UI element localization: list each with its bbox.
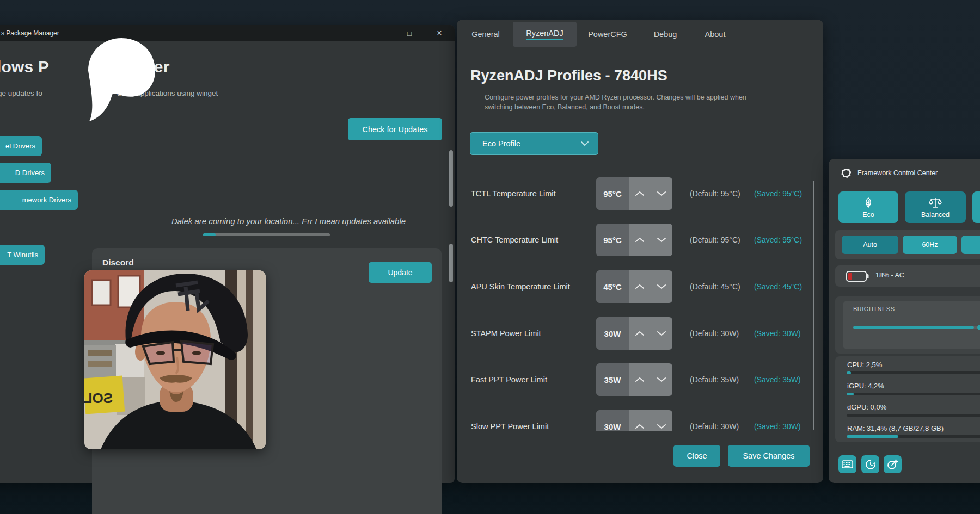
performance-gauge-icon <box>887 459 898 470</box>
ryzenadj-description-line1: Configure power profiles for your AMD Ry… <box>485 94 746 101</box>
webcam-photo-illustration: SOL <box>84 270 266 449</box>
tab-about[interactable]: About <box>700 22 730 47</box>
value-spinner: 95°C <box>596 177 672 210</box>
chevron-down-icon <box>657 237 666 243</box>
check-for-updates-button[interactable]: Check for Updates <box>348 118 442 140</box>
setting-row-apu-skin: APU Skin Temperature Limit45°C(Default: … <box>457 270 816 303</box>
close-button[interactable]: × <box>427 25 451 41</box>
dgpu-usage-label: dGPU: 0,0% <box>847 403 886 411</box>
battery-panel: 18% - AC <box>835 265 980 287</box>
save-changes-button[interactable]: Save Changes <box>728 445 810 467</box>
minimize-button[interactable]: — <box>367 25 391 41</box>
battery-fill <box>848 273 852 280</box>
scales-icon <box>928 196 942 209</box>
tab-ryzenadj[interactable]: RyzenADJ <box>513 22 577 47</box>
svg-text:SOL: SOL <box>84 390 113 406</box>
saved-value-label: (Saved: 35W) <box>754 363 801 396</box>
saved-value-label: (Saved: 45°C) <box>754 270 802 303</box>
brightness-slider-handle[interactable] <box>977 325 980 330</box>
brightness-slider[interactable] <box>853 326 980 329</box>
mode-balanced-button[interactable]: Balanced <box>905 191 966 223</box>
setting-label: APU Skin Temperature Limit <box>471 270 570 303</box>
brightness-panel: BRIGHTNESS <box>835 296 980 354</box>
history-refresh-button[interactable] <box>861 455 879 473</box>
chevron-up-icon <box>635 191 645 196</box>
ram-usage-label: RAM: 31,4% (8,7 GB/27,8 GB) <box>847 424 944 432</box>
setting-row-stapm: STAPM Power Limit30W(Default: 30W)(Saved… <box>457 317 816 350</box>
keyboard-backlight-button[interactable] <box>838 455 856 473</box>
increment-button[interactable] <box>629 363 651 396</box>
increment-button[interactable] <box>629 177 651 210</box>
framework-title: Framework Control Center <box>857 169 938 177</box>
tab-powercfg[interactable]: PowerCFG <box>585 22 630 47</box>
setting-label: STAPM Power Limit <box>471 317 541 350</box>
default-value-label: (Default: 95°C) <box>690 224 740 256</box>
setting-label: CHTC Temperature Limit <box>471 224 558 256</box>
maximize-button[interactable]: □ <box>397 25 421 41</box>
ram-usage-bar <box>847 435 980 438</box>
chevron-down-icon <box>657 377 666 382</box>
left-window-scrollbar-thumb[interactable] <box>449 150 453 207</box>
page-subtitle-left-fragment: ge updates fo <box>0 89 42 97</box>
chevron-down-icon <box>657 284 666 289</box>
refresh-60hz-button[interactable]: 60Hz <box>903 236 957 254</box>
mode-boost-button[interactable] <box>972 191 980 223</box>
profile-select-value: Eco Profile <box>482 139 520 148</box>
increment-button[interactable] <box>629 317 651 350</box>
cpu-usage-bar <box>847 371 980 374</box>
decrement-button[interactable] <box>651 363 672 396</box>
decrement-button[interactable] <box>651 270 672 303</box>
value-spinner: 35W <box>596 363 672 396</box>
left-window-scrollbar-thumb[interactable] <box>449 244 453 282</box>
close-icon: × <box>437 28 442 38</box>
page-title-left-fragment: lows P <box>0 58 49 76</box>
default-value-label: (Default: 30W) <box>690 410 739 431</box>
decrement-button[interactable] <box>651 317 672 350</box>
keyboard-icon <box>842 460 853 468</box>
ryzenadj-description-line2: switching between Eco, Balanced, and Boo… <box>485 103 645 111</box>
winutils-button[interactable]: T Winutils <box>0 245 45 265</box>
chevron-up-icon <box>635 424 645 429</box>
tab-debug[interactable]: Debug <box>648 22 682 47</box>
profile-select[interactable]: Eco Profile <box>470 132 598 155</box>
webcam-overlay: SOL <box>84 270 266 449</box>
chevron-down-icon <box>657 191 666 196</box>
white-blob-overlay <box>81 37 162 122</box>
settings-scroll-area[interactable]: TCTL Temperature Limit95°C(Default: 95°C… <box>457 169 816 431</box>
gear-icon <box>841 168 851 178</box>
spinner-value: 30W <box>596 410 629 431</box>
ryzenadj-scrollbar[interactable] <box>813 181 814 430</box>
mode-eco-button[interactable]: Eco <box>838 191 898 223</box>
brightness-label: BRIGHTNESS <box>853 306 895 312</box>
saved-value-label: (Saved: 30W) <box>754 410 801 431</box>
saved-value-label: (Saved: 95°C) <box>754 224 802 256</box>
ram-usage-fill <box>847 435 898 438</box>
chevron-up-icon <box>635 377 645 382</box>
refresh-auto-button[interactable]: Auto <box>842 236 898 254</box>
value-spinner: 45°C <box>596 270 672 303</box>
tab-general[interactable]: General <box>467 22 505 47</box>
decrement-button[interactable] <box>651 224 672 256</box>
close-dialog-button[interactable]: Close <box>673 445 720 467</box>
decrement-button[interactable] <box>651 410 672 431</box>
update-button[interactable]: Update <box>369 262 432 283</box>
chevron-down-icon <box>657 424 666 429</box>
spinner-value: 35W <box>596 363 629 396</box>
value-spinner: 30W <box>596 410 672 431</box>
intel-drivers-button[interactable]: el Drivers <box>0 136 42 156</box>
performance-settings-button[interactable] <box>884 455 902 473</box>
amd-drivers-button[interactable]: D Drivers <box>0 163 51 183</box>
chevron-down-icon <box>580 141 589 146</box>
refresh-next-button[interactable] <box>961 236 980 254</box>
chevron-down-icon <box>657 331 666 336</box>
increment-button[interactable] <box>629 410 651 431</box>
battery-status-label: 18% - AC <box>875 271 904 279</box>
increment-button[interactable] <box>629 270 651 303</box>
framework-header: Framework Control Center <box>841 168 938 178</box>
framework-control-center-window: Framework Control Center Eco Balanced <box>829 159 980 483</box>
ryzenadj-window: General RyzenADJ PowerCFG Debug About Ry… <box>457 20 823 483</box>
increment-button[interactable] <box>629 224 651 256</box>
framework-drivers-button[interactable]: mework Drivers <box>0 190 78 210</box>
minimize-icon: — <box>377 30 383 36</box>
decrement-button[interactable] <box>651 177 672 210</box>
